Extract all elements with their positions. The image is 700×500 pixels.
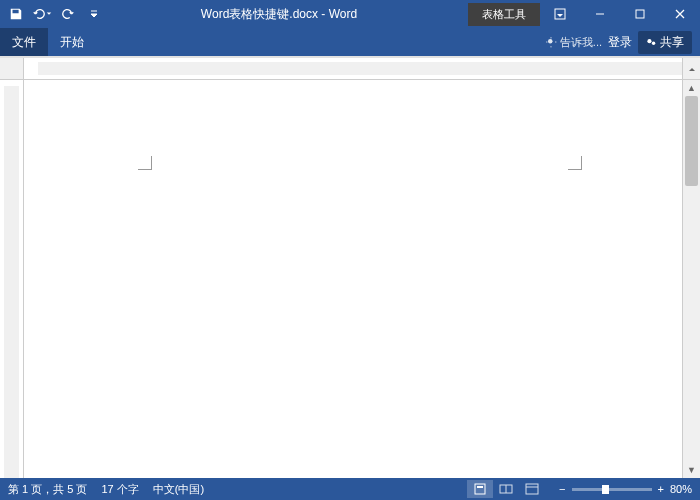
view-print-layout[interactable] <box>467 480 493 498</box>
ribbon-options-button[interactable] <box>540 0 580 28</box>
tab-file[interactable]: 文件 <box>0 28 48 56</box>
svg-point-3 <box>647 39 651 43</box>
svg-rect-6 <box>477 486 483 488</box>
zoom-in-button[interactable]: + <box>658 483 664 495</box>
window-title: Word表格快捷键.docx - Word <box>110 6 448 23</box>
crop-mark-right <box>568 156 582 170</box>
zoom-slider[interactable] <box>572 488 652 491</box>
vertical-ruler[interactable] <box>0 80 24 478</box>
crop-mark-left <box>138 156 152 170</box>
redo-button[interactable] <box>56 2 80 26</box>
zoom-slider-thumb[interactable] <box>602 485 609 494</box>
svg-point-4 <box>652 41 655 44</box>
view-read-mode[interactable] <box>493 480 519 498</box>
minimize-button[interactable] <box>580 0 620 28</box>
page <box>38 86 682 478</box>
view-switcher <box>467 480 545 498</box>
svg-rect-5 <box>475 484 485 494</box>
zoom-control: − + 80% <box>559 483 692 495</box>
svg-rect-1 <box>636 10 644 18</box>
save-button[interactable] <box>4 2 28 26</box>
document-canvas[interactable] <box>24 80 682 478</box>
status-language[interactable]: 中文(中国) <box>153 482 204 497</box>
status-bar: 第 1 页，共 5 页 17 个字 中文(中国) − + 80% <box>0 478 700 500</box>
quick-access-toolbar <box>0 2 110 26</box>
undo-button[interactable] <box>30 2 54 26</box>
status-page[interactable]: 第 1 页，共 5 页 <box>8 482 87 497</box>
title-bar: Word表格快捷键.docx - Word 表格工具 <box>0 0 700 28</box>
close-button[interactable] <box>660 0 700 28</box>
scroll-down-button[interactable]: ▼ <box>683 462 700 478</box>
horizontal-ruler-area <box>0 58 700 80</box>
login-link[interactable]: 登录 <box>608 34 632 51</box>
tell-me-label: 告诉我... <box>560 35 602 50</box>
context-tab-tabletools: 表格工具 <box>468 3 540 26</box>
svg-rect-8 <box>526 484 538 494</box>
vertical-scrollbar[interactable]: ▲ ▼ <box>682 80 700 478</box>
ruler-corner <box>0 58 24 79</box>
zoom-out-button[interactable]: − <box>559 483 565 495</box>
share-button[interactable]: 共享 <box>638 31 692 54</box>
scroll-thumb[interactable] <box>685 96 698 186</box>
tab-开始[interactable]: 开始 <box>48 28 96 56</box>
zoom-level[interactable]: 80% <box>670 483 692 495</box>
svg-point-2 <box>548 39 553 44</box>
ribbon-tabs: 文件 开始 告诉我... 登录 共享 <box>0 28 700 56</box>
hscroll-up-button[interactable] <box>682 58 700 79</box>
horizontal-ruler[interactable] <box>24 58 682 79</box>
tell-me-search[interactable]: 告诉我... <box>545 35 602 50</box>
view-web-layout[interactable] <box>519 480 545 498</box>
qat-customize-button[interactable] <box>82 2 106 26</box>
window-controls <box>540 0 700 28</box>
maximize-button[interactable] <box>620 0 660 28</box>
status-word-count[interactable]: 17 个字 <box>101 482 138 497</box>
scroll-up-button[interactable]: ▲ <box>683 80 700 96</box>
share-label: 共享 <box>660 34 684 51</box>
